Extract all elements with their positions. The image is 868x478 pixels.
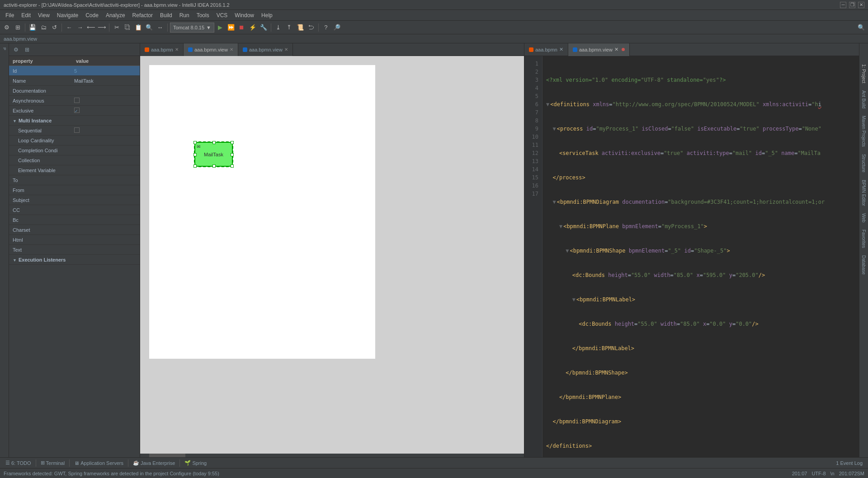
sidebar-bpmn-editor[interactable]: BPMN Editor [860,177,867,209]
h-scrollbar[interactable] [140,454,524,457]
app-servers-btn[interactable]: 🖥 Application Servers [71,459,127,468]
property-row-cc[interactable]: CC [9,205,140,215]
menu-analyze[interactable]: Analyze [102,11,129,19]
handle-tr[interactable] [231,141,234,144]
tab-aaa-bpmn-view-1[interactable]: aaa.bpmn.view ✕ [184,43,238,56]
menu-run[interactable]: Run [176,11,193,19]
canvas-scroll[interactable]: ✉ MailTask [140,56,524,457]
sidebar-web[interactable]: Web [860,211,867,225]
property-row-id[interactable]: Id 5 [9,66,140,76]
close-button[interactable]: ✕ [858,2,864,8]
debug-btn[interactable]: ⏩ [226,23,236,33]
layout-tab-icon[interactable]: ⊞ [22,46,32,54]
tab-aaa-bpmn-view-2[interactable]: aaa.bpmn.view ✕ [238,43,293,56]
settings-tab-icon[interactable]: ⚙ [11,46,21,54]
toolbar-cut-btn[interactable]: ✂ [112,23,122,33]
property-row-text[interactable]: Text [9,245,140,255]
property-row-documentation[interactable]: Documentation [9,86,140,96]
sidebar-project[interactable]: 1: Project [860,61,867,86]
sequential-checkbox[interactable] [74,127,80,133]
search-everywhere-btn[interactable]: 🔍 [856,23,866,33]
toolbar-save-all-btn[interactable]: 🗂 [38,23,48,33]
canvas-area[interactable]: ✉ MailTask [140,56,524,457]
exclusive-checkbox[interactable] [74,108,80,113]
menu-help[interactable]: Help [258,11,276,19]
close-icon-3[interactable]: ✕ [284,47,288,52]
toolbar-sync-btn[interactable]: ↺ [49,23,59,33]
property-row-from[interactable]: From [9,185,140,195]
vcs-commit-btn[interactable]: ⤒ [284,23,294,33]
property-row-sequential[interactable]: Sequential [9,126,140,136]
prop-value-asynchronous[interactable] [72,98,140,104]
menu-tools[interactable]: Tools [193,11,213,19]
toolbar-paste-btn[interactable]: 📋 [133,23,143,33]
right-close-2[interactable]: ✕ [614,47,618,52]
prop-value-exclusive[interactable] [72,108,140,113]
menu-navigate[interactable]: Navigate [53,11,82,19]
toolbar-back-btn[interactable]: ⟵ [86,23,96,33]
toolbar-replace-btn[interactable]: ↔ [155,23,165,33]
sidebar-ant[interactable]: Ant Build [860,88,867,111]
spring-btn[interactable]: 🌱 Spring [181,459,210,468]
handle-bl[interactable] [193,164,197,168]
tomcat-dropdown[interactable]: Tomcat 8.0.15 ▼ [170,23,214,33]
property-row-bc[interactable]: Bc [9,215,140,225]
menu-code[interactable]: Code [82,11,102,19]
canvas-white[interactable]: ✉ MailTask [149,65,375,359]
property-row-exclusive[interactable]: Exclusive [9,106,140,116]
property-row-charset[interactable]: Charset [9,225,140,235]
code-content[interactable]: <?xml version="1.0" encoding="UTF-8" sta… [542,56,859,457]
vcs-update-btn[interactable]: ⤓ [274,23,283,33]
property-row-name[interactable]: Name MailTask [9,76,140,86]
vcs-history-btn[interactable]: 📜 [295,23,305,33]
restore-button[interactable]: ❐ [849,2,855,8]
property-row-asynchronous[interactable]: Asynchronous [9,96,140,106]
property-row-completion-condition[interactable]: Completion Condi [9,145,140,155]
toolbar-copy-btn[interactable]: ⿻ [123,23,132,33]
sidebar-maven[interactable]: Maven Projects [860,113,867,150]
handle-bc[interactable] [212,164,216,168]
java-enterprise-btn[interactable]: ☕ Java Enterprise [129,459,179,468]
sidebar-database[interactable]: Database [860,253,867,277]
right-tab-aaa-bpmn-view[interactable]: aaa.bpmn.view ✕ [568,43,630,56]
handle-ml[interactable] [193,153,197,156]
minimize-button[interactable]: ─ [840,2,846,8]
sidebar-favorites[interactable]: Favorites [860,227,867,251]
code-editor[interactable]: 1 2 3 4 5 6 7 8 9 10 11 12 13 14 15 16 1… [524,56,859,457]
property-row-to[interactable]: To [9,175,140,185]
property-section-multi-instance[interactable]: ▼Multi Instance [9,116,140,126]
menu-edit[interactable]: Edit [18,11,34,19]
right-tab-aaa-bpmn[interactable]: aaa.bpmn ✕ [524,43,568,56]
bpmn-task-mailtask[interactable]: ✉ MailTask [194,142,233,167]
handle-mr[interactable] [231,153,234,156]
toolbar-undo-btn[interactable]: ← [64,23,74,33]
toolbar-layout-btn[interactable]: ⊞ [13,23,23,33]
property-row-loop-cardinality[interactable]: Loop Cardinality [9,136,140,145]
close-icon-1[interactable]: ✕ [175,47,179,52]
help-btn[interactable]: ? [321,23,331,33]
handle-br[interactable] [231,164,234,168]
terminal-btn[interactable]: ⊞ Terminal [37,459,69,468]
menu-refactor[interactable]: Refactor [129,11,156,19]
toolbar-settings-btn[interactable]: ⚙ [2,23,12,33]
vcs-revert-btn[interactable]: ⮌ [306,23,316,33]
menu-view[interactable]: View [34,11,53,19]
property-row-html[interactable]: Html [9,235,140,245]
menu-window[interactable]: Window [231,11,258,19]
close-icon-2[interactable]: ✕ [230,47,233,52]
property-row-collection[interactable]: Collection [9,155,140,165]
tab-aaa-bpmn-1[interactable]: aaa.bpmn ✕ [140,43,184,56]
prop-value-name[interactable]: MailTask [72,78,140,84]
toolbar-save-btn[interactable]: 💾 [28,23,38,33]
menu-vcs[interactable]: VCS [213,11,231,19]
menu-build[interactable]: Build [156,11,176,19]
right-close-1[interactable]: ✕ [559,47,563,52]
prop-value-id[interactable]: 5 [72,68,140,74]
prop-value-sequential[interactable] [72,127,140,134]
property-section-execution-listeners[interactable]: ▼Execution Listeners [9,255,140,265]
project-icon[interactable]: P [1,45,8,52]
todo-btn[interactable]: ☰ 6: TODO [2,459,35,468]
property-row-subject[interactable]: Subject [9,195,140,205]
stop-btn[interactable]: ⏹ [237,23,247,33]
handle-tl[interactable] [193,141,197,144]
